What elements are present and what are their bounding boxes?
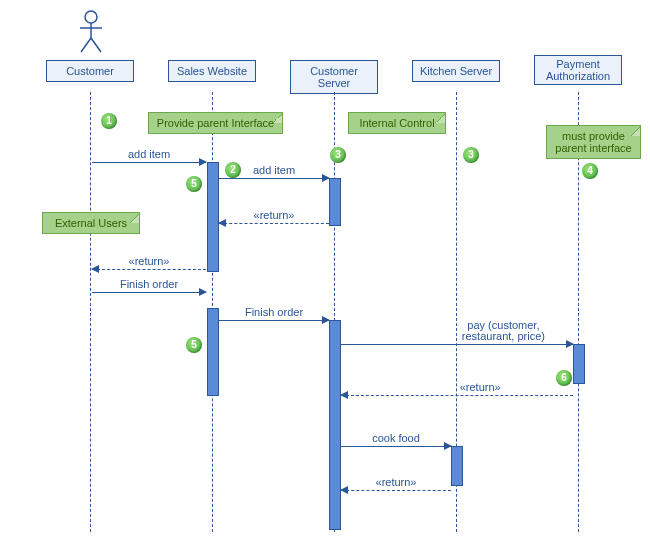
activation-sales-1 xyxy=(207,162,219,272)
svg-line-3 xyxy=(81,38,91,52)
msg-label: add item xyxy=(253,164,295,176)
note-provide-interface: Provide parent Interface xyxy=(148,112,283,134)
msg-return-4: «return» xyxy=(341,490,451,491)
badge-1: 1 xyxy=(101,113,117,129)
badge-4: 4 xyxy=(582,163,598,179)
lifeline-customer: Customer xyxy=(46,60,134,82)
lifeline-label: Payment Authorization xyxy=(546,58,610,82)
msg-finish-1: Finish order xyxy=(92,292,206,293)
msg-finish-2: Finish order xyxy=(219,320,329,321)
msg-pay: pay (customer, restaurant, price) xyxy=(341,344,573,345)
msg-label: add item xyxy=(128,148,170,160)
msg-label: «return» xyxy=(460,381,501,393)
msg-label: pay (customer, restaurant, price) xyxy=(443,320,563,342)
note-text: Provide parent Interface xyxy=(157,117,274,129)
msg-label: «return» xyxy=(254,209,295,221)
msg-add-item-1: add item xyxy=(92,162,206,163)
badge-6: 6 xyxy=(556,370,572,386)
note-text: Internal Control xyxy=(359,117,434,129)
activation-custserver-1 xyxy=(329,178,341,226)
msg-label: cook food xyxy=(372,432,420,444)
lifeline-sales: Sales Website xyxy=(168,60,256,82)
lifeline-line xyxy=(90,92,91,532)
msg-cook: cook food xyxy=(341,446,451,447)
note-text: External Users xyxy=(55,217,127,229)
msg-add-item-2: add item xyxy=(219,178,329,179)
lifeline-label: Kitchen Server xyxy=(420,65,492,77)
lifeline-custserver: Customer Server xyxy=(290,60,378,94)
svg-point-0 xyxy=(85,11,97,23)
activation-kitchen xyxy=(451,446,463,486)
badge-5a: 5 xyxy=(186,176,202,192)
msg-label: Finish order xyxy=(120,278,178,290)
badge-2: 2 xyxy=(225,162,241,178)
badge-3b: 3 xyxy=(463,147,479,163)
msg-label: «return» xyxy=(129,255,170,267)
msg-label: Finish order xyxy=(245,306,303,318)
actor-icon xyxy=(74,10,108,54)
msg-return-1: «return» xyxy=(219,223,329,224)
activation-payment xyxy=(573,344,585,384)
note-must-provide: must provide parent interface xyxy=(546,125,641,159)
activation-custserver-2 xyxy=(329,320,341,530)
lifeline-label: Sales Website xyxy=(177,65,247,77)
lifeline-label: Customer Server xyxy=(310,65,358,89)
badge-3a: 3 xyxy=(330,147,346,163)
lifeline-label: Customer xyxy=(66,65,114,77)
msg-return-2: «return» xyxy=(92,269,206,270)
note-internal-control: Internal Control xyxy=(348,112,446,134)
badge-5b: 5 xyxy=(186,337,202,353)
lifeline-kitchen: Kitchen Server xyxy=(412,60,500,82)
svg-line-4 xyxy=(91,38,101,52)
note-external-users: External Users xyxy=(42,212,140,234)
msg-return-3: «return» xyxy=(341,395,573,396)
note-text: must provide parent interface xyxy=(555,130,631,154)
msg-label: «return» xyxy=(376,476,417,488)
lifeline-payment: Payment Authorization xyxy=(534,55,622,85)
activation-sales-2 xyxy=(207,308,219,396)
